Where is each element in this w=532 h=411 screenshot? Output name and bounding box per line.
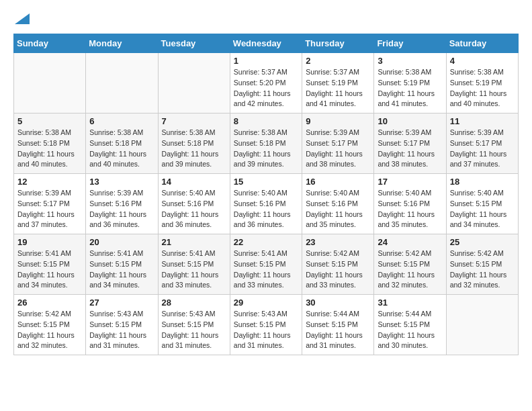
col-header-thursday: Thursday — [302, 34, 374, 53]
cell-info: Sunrise: 5:41 AMSunset: 5:15 PMDaylight:… — [89, 248, 154, 291]
day-number: 27 — [89, 298, 154, 308]
cell-info: Sunrise: 5:38 AMSunset: 5:18 PMDaylight:… — [234, 128, 298, 170]
calendar-cell: 15Sunrise: 5:40 AMSunset: 5:16 PMDayligh… — [230, 174, 302, 234]
col-header-sunday: Sunday — [14, 34, 86, 53]
day-number: 18 — [450, 177, 515, 187]
cell-info: Sunrise: 5:40 AMSunset: 5:16 PMDaylight:… — [378, 188, 442, 230]
cell-info: Sunrise: 5:44 AMSunset: 5:15 PMDaylight:… — [306, 309, 370, 351]
calendar-cell: 30Sunrise: 5:44 AMSunset: 5:15 PMDayligh… — [302, 295, 374, 355]
cell-info: Sunrise: 5:41 AMSunset: 5:15 PMDaylight:… — [17, 248, 82, 291]
day-number: 31 — [378, 298, 442, 308]
calendar-cell: 26Sunrise: 5:42 AMSunset: 5:15 PMDayligh… — [14, 295, 86, 355]
logo-icon — [15, 13, 30, 24]
day-number: 24 — [378, 237, 442, 247]
week-row-5: 26Sunrise: 5:42 AMSunset: 5:15 PMDayligh… — [14, 295, 519, 355]
calendar-cell: 17Sunrise: 5:40 AMSunset: 5:16 PMDayligh… — [374, 174, 446, 234]
calendar-cell: 5Sunrise: 5:38 AMSunset: 5:18 PMDaylight… — [14, 113, 86, 174]
col-header-friday: Friday — [374, 34, 446, 53]
cell-info: Sunrise: 5:42 AMSunset: 5:15 PMDaylight:… — [306, 248, 370, 291]
day-number: 13 — [89, 177, 154, 187]
calendar-cell: 6Sunrise: 5:38 AMSunset: 5:18 PMDaylight… — [86, 113, 158, 174]
calendar-cell: 31Sunrise: 5:44 AMSunset: 5:15 PMDayligh… — [374, 295, 446, 355]
cell-info: Sunrise: 5:37 AMSunset: 5:20 PMDaylight:… — [234, 67, 298, 109]
calendar-cell: 28Sunrise: 5:43 AMSunset: 5:15 PMDayligh… — [158, 295, 230, 355]
day-number: 4 — [450, 56, 515, 66]
day-number: 17 — [378, 177, 442, 187]
calendar-cell: 18Sunrise: 5:40 AMSunset: 5:15 PMDayligh… — [446, 174, 518, 234]
calendar-cell — [158, 53, 230, 113]
cell-info: Sunrise: 5:38 AMSunset: 5:18 PMDaylight:… — [89, 128, 154, 170]
calendar-cell — [14, 53, 86, 113]
calendar-cell — [446, 295, 518, 355]
day-number: 28 — [162, 298, 226, 308]
day-number: 30 — [306, 298, 370, 308]
calendar-cell: 29Sunrise: 5:43 AMSunset: 5:15 PMDayligh… — [230, 295, 302, 355]
cell-info: Sunrise: 5:43 AMSunset: 5:15 PMDaylight:… — [234, 309, 298, 351]
day-number: 25 — [450, 237, 515, 247]
cell-info: Sunrise: 5:43 AMSunset: 5:15 PMDaylight:… — [89, 309, 154, 351]
calendar-cell — [86, 53, 158, 113]
week-row-3: 12Sunrise: 5:39 AMSunset: 5:17 PMDayligh… — [14, 174, 519, 234]
col-header-wednesday: Wednesday — [230, 34, 302, 53]
calendar-cell: 22Sunrise: 5:41 AMSunset: 5:15 PMDayligh… — [230, 234, 302, 295]
day-number: 15 — [234, 177, 298, 187]
cell-info: Sunrise: 5:40 AMSunset: 5:16 PMDaylight:… — [306, 188, 370, 230]
calendar-cell: 21Sunrise: 5:41 AMSunset: 5:15 PMDayligh… — [158, 234, 230, 295]
calendar-cell: 13Sunrise: 5:39 AMSunset: 5:16 PMDayligh… — [86, 174, 158, 234]
day-number: 10 — [378, 116, 442, 126]
cell-info: Sunrise: 5:40 AMSunset: 5:15 PMDaylight:… — [450, 188, 515, 230]
calendar-cell: 1Sunrise: 5:37 AMSunset: 5:20 PMDaylight… — [230, 53, 302, 113]
page-header — [13, 13, 519, 27]
cell-info: Sunrise: 5:42 AMSunset: 5:15 PMDaylight:… — [450, 248, 515, 291]
cell-info: Sunrise: 5:38 AMSunset: 5:19 PMDaylight:… — [450, 67, 515, 109]
day-number: 20 — [89, 237, 154, 247]
calendar-cell: 24Sunrise: 5:42 AMSunset: 5:15 PMDayligh… — [374, 234, 446, 295]
calendar-cell: 11Sunrise: 5:39 AMSunset: 5:17 PMDayligh… — [446, 113, 518, 174]
day-number: 19 — [17, 237, 82, 247]
svg-marker-0 — [15, 13, 30, 24]
col-header-saturday: Saturday — [446, 34, 518, 53]
day-number: 14 — [162, 177, 226, 187]
day-number: 12 — [17, 177, 82, 187]
cell-info: Sunrise: 5:37 AMSunset: 5:19 PMDaylight:… — [306, 67, 370, 109]
day-number: 21 — [162, 237, 226, 247]
cell-info: Sunrise: 5:40 AMSunset: 5:16 PMDaylight:… — [162, 188, 226, 230]
calendar-cell: 8Sunrise: 5:38 AMSunset: 5:18 PMDaylight… — [230, 113, 302, 174]
calendar-cell: 23Sunrise: 5:42 AMSunset: 5:15 PMDayligh… — [302, 234, 374, 295]
calendar-header-row: SundayMondayTuesdayWednesdayThursdayFrid… — [14, 34, 519, 53]
cell-info: Sunrise: 5:41 AMSunset: 5:15 PMDaylight:… — [162, 248, 226, 291]
day-number: 11 — [450, 116, 515, 126]
cell-info: Sunrise: 5:38 AMSunset: 5:18 PMDaylight:… — [17, 128, 82, 170]
day-number: 3 — [378, 56, 442, 66]
calendar-cell: 2Sunrise: 5:37 AMSunset: 5:19 PMDaylight… — [302, 53, 374, 113]
day-number: 23 — [306, 237, 370, 247]
cell-info: Sunrise: 5:41 AMSunset: 5:15 PMDaylight:… — [234, 248, 298, 291]
cell-info: Sunrise: 5:40 AMSunset: 5:16 PMDaylight:… — [234, 188, 298, 230]
calendar-cell: 7Sunrise: 5:38 AMSunset: 5:18 PMDaylight… — [158, 113, 230, 174]
calendar-cell: 20Sunrise: 5:41 AMSunset: 5:15 PMDayligh… — [86, 234, 158, 295]
day-number: 8 — [234, 116, 298, 126]
week-row-1: 1Sunrise: 5:37 AMSunset: 5:20 PMDaylight… — [14, 53, 519, 113]
cell-info: Sunrise: 5:44 AMSunset: 5:15 PMDaylight:… — [378, 309, 442, 351]
cell-info: Sunrise: 5:39 AMSunset: 5:17 PMDaylight:… — [306, 128, 370, 170]
calendar-cell: 3Sunrise: 5:38 AMSunset: 5:19 PMDaylight… — [374, 53, 446, 113]
cell-info: Sunrise: 5:38 AMSunset: 5:19 PMDaylight:… — [378, 67, 442, 109]
cell-info: Sunrise: 5:42 AMSunset: 5:15 PMDaylight:… — [17, 309, 82, 351]
day-number: 5 — [17, 116, 82, 126]
day-number: 7 — [162, 116, 226, 126]
day-number: 29 — [234, 298, 298, 308]
day-number: 26 — [17, 298, 82, 308]
cell-info: Sunrise: 5:38 AMSunset: 5:18 PMDaylight:… — [162, 128, 226, 170]
day-number: 1 — [234, 56, 298, 66]
day-number: 16 — [306, 177, 370, 187]
calendar-cell: 19Sunrise: 5:41 AMSunset: 5:15 PMDayligh… — [14, 234, 86, 295]
day-number: 9 — [306, 116, 370, 126]
cell-info: Sunrise: 5:39 AMSunset: 5:16 PMDaylight:… — [89, 188, 154, 230]
col-header-tuesday: Tuesday — [158, 34, 230, 53]
cell-info: Sunrise: 5:42 AMSunset: 5:15 PMDaylight:… — [378, 248, 442, 291]
cell-info: Sunrise: 5:39 AMSunset: 5:17 PMDaylight:… — [17, 188, 82, 230]
week-row-2: 5Sunrise: 5:38 AMSunset: 5:18 PMDaylight… — [14, 113, 519, 174]
logo — [13, 13, 30, 27]
calendar-cell: 9Sunrise: 5:39 AMSunset: 5:17 PMDaylight… — [302, 113, 374, 174]
calendar-cell: 4Sunrise: 5:38 AMSunset: 5:19 PMDaylight… — [446, 53, 518, 113]
